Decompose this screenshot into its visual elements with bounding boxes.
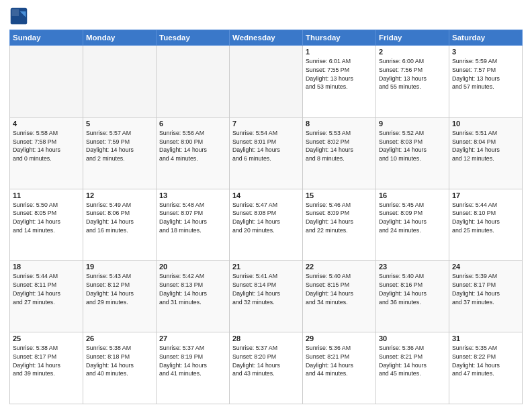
day-number: 8: [306, 120, 373, 128]
day-cell: 25Sunrise: 5:38 AMSunset: 8:17 PMDayligh…: [10, 332, 83, 404]
day-number: 13: [159, 191, 226, 199]
day-info: Sunrise: 5:40 AMSunset: 8:16 PMDaylight:…: [379, 272, 446, 306]
day-info: Sunrise: 5:45 AMSunset: 8:09 PMDaylight:…: [379, 201, 446, 235]
day-info: Sunrise: 5:49 AMSunset: 8:06 PMDaylight:…: [86, 201, 153, 235]
day-number: 9: [379, 120, 446, 128]
day-info: Sunrise: 6:01 AMSunset: 7:55 PMDaylight:…: [306, 57, 373, 91]
day-cell: [10, 46, 83, 118]
day-info: Sunrise: 5:38 AMSunset: 8:18 PMDaylight:…: [86, 344, 153, 378]
day-cell: 18Sunrise: 5:44 AMSunset: 8:11 PMDayligh…: [10, 261, 83, 332]
day-info: Sunrise: 5:44 AMSunset: 8:11 PMDaylight:…: [13, 272, 80, 306]
day-info: Sunrise: 5:36 AMSunset: 8:21 PMDaylight:…: [379, 344, 446, 378]
week-row-4: 25Sunrise: 5:38 AMSunset: 8:17 PMDayligh…: [10, 332, 523, 404]
day-number: 21: [232, 263, 300, 271]
day-info: Sunrise: 5:50 AMSunset: 8:05 PMDaylight:…: [13, 201, 80, 235]
day-info: Sunrise: 5:53 AMSunset: 8:02 PMDaylight:…: [306, 129, 373, 163]
col-header-sunday: Sunday: [10, 30, 83, 46]
day-cell: 9Sunrise: 5:52 AMSunset: 8:03 PMDaylight…: [376, 117, 449, 189]
day-number: 22: [306, 263, 373, 271]
day-cell: 10Sunrise: 5:51 AMSunset: 8:04 PMDayligh…: [449, 117, 523, 189]
day-info: Sunrise: 5:37 AMSunset: 8:19 PMDaylight:…: [159, 344, 226, 378]
day-number: 31: [452, 334, 519, 342]
day-info: Sunrise: 5:56 AMSunset: 8:00 PMDaylight:…: [159, 129, 226, 163]
day-info: Sunrise: 5:54 AMSunset: 8:01 PMDaylight:…: [232, 129, 300, 163]
day-info: Sunrise: 5:43 AMSunset: 8:12 PMDaylight:…: [86, 272, 153, 306]
day-info: Sunrise: 5:36 AMSunset: 8:21 PMDaylight:…: [306, 344, 373, 378]
col-header-wednesday: Wednesday: [230, 30, 303, 46]
day-cell: 24Sunrise: 5:39 AMSunset: 8:17 PMDayligh…: [449, 261, 523, 332]
day-info: Sunrise: 5:47 AMSunset: 8:08 PMDaylight:…: [232, 201, 300, 235]
day-number: 20: [159, 263, 226, 271]
day-number: 17: [452, 191, 519, 199]
day-info: Sunrise: 5:46 AMSunset: 8:09 PMDaylight:…: [306, 201, 373, 235]
day-number: 5: [86, 120, 153, 128]
day-cell: 15Sunrise: 5:46 AMSunset: 8:09 PMDayligh…: [303, 189, 376, 261]
week-row-3: 18Sunrise: 5:44 AMSunset: 8:11 PMDayligh…: [10, 261, 523, 332]
day-cell: 6Sunrise: 5:56 AMSunset: 8:00 PMDaylight…: [157, 117, 230, 189]
day-info: Sunrise: 5:41 AMSunset: 8:14 PMDaylight:…: [232, 272, 300, 306]
day-info: Sunrise: 5:58 AMSunset: 7:58 PMDaylight:…: [13, 129, 80, 163]
day-cell: 30Sunrise: 5:36 AMSunset: 8:21 PMDayligh…: [376, 332, 449, 404]
day-info: Sunrise: 6:00 AMSunset: 7:56 PMDaylight:…: [379, 57, 446, 91]
page: SundayMondayTuesdayWednesdayThursdayFrid…: [0, 0, 532, 411]
day-number: 28: [232, 334, 300, 342]
day-cell: [230, 46, 303, 118]
col-header-monday: Monday: [83, 30, 157, 46]
day-cell: 14Sunrise: 5:47 AMSunset: 8:08 PMDayligh…: [230, 189, 303, 261]
day-cell: 2Sunrise: 6:00 AMSunset: 7:56 PMDaylight…: [376, 46, 449, 118]
day-cell: 26Sunrise: 5:38 AMSunset: 8:18 PMDayligh…: [83, 332, 157, 404]
col-header-thursday: Thursday: [303, 30, 376, 46]
col-header-tuesday: Tuesday: [157, 30, 230, 46]
day-number: 19: [86, 263, 153, 271]
day-cell: 12Sunrise: 5:49 AMSunset: 8:06 PMDayligh…: [83, 189, 157, 261]
day-cell: 4Sunrise: 5:58 AMSunset: 7:58 PMDaylight…: [10, 117, 83, 189]
day-cell: 27Sunrise: 5:37 AMSunset: 8:19 PMDayligh…: [157, 332, 230, 404]
day-number: 10: [452, 120, 519, 128]
day-info: Sunrise: 5:37 AMSunset: 8:20 PMDaylight:…: [232, 344, 300, 378]
day-cell: 8Sunrise: 5:53 AMSunset: 8:02 PMDaylight…: [303, 117, 376, 189]
day-number: 7: [232, 120, 300, 128]
day-number: 16: [379, 191, 446, 199]
day-number: 15: [306, 191, 373, 199]
day-number: 12: [86, 191, 153, 199]
day-info: Sunrise: 5:59 AMSunset: 7:57 PMDaylight:…: [452, 57, 519, 91]
day-info: Sunrise: 5:38 AMSunset: 8:17 PMDaylight:…: [13, 344, 80, 378]
day-number: 1: [306, 48, 373, 56]
day-cell: [83, 46, 157, 118]
day-cell: 16Sunrise: 5:45 AMSunset: 8:09 PMDayligh…: [376, 189, 449, 261]
day-info: Sunrise: 5:39 AMSunset: 8:17 PMDaylight:…: [452, 272, 519, 306]
day-cell: 7Sunrise: 5:54 AMSunset: 8:01 PMDaylight…: [230, 117, 303, 189]
day-cell: 11Sunrise: 5:50 AMSunset: 8:05 PMDayligh…: [10, 189, 83, 261]
day-number: 11: [13, 191, 80, 199]
day-number: 23: [379, 263, 446, 271]
col-header-saturday: Saturday: [449, 30, 523, 46]
day-cell: 17Sunrise: 5:44 AMSunset: 8:10 PMDayligh…: [449, 189, 523, 261]
calendar-table: SundayMondayTuesdayWednesdayThursdayFrid…: [9, 30, 523, 404]
day-number: 29: [306, 334, 373, 342]
day-number: 3: [452, 48, 519, 56]
calendar-header-row: SundayMondayTuesdayWednesdayThursdayFrid…: [10, 30, 523, 46]
day-number: 27: [159, 334, 226, 342]
day-info: Sunrise: 5:52 AMSunset: 8:03 PMDaylight:…: [379, 129, 446, 163]
day-info: Sunrise: 5:42 AMSunset: 8:13 PMDaylight:…: [159, 272, 226, 306]
day-cell: 21Sunrise: 5:41 AMSunset: 8:14 PMDayligh…: [230, 261, 303, 332]
day-cell: 29Sunrise: 5:36 AMSunset: 8:21 PMDayligh…: [303, 332, 376, 404]
day-number: 14: [232, 191, 300, 199]
day-info: Sunrise: 5:51 AMSunset: 8:04 PMDaylight:…: [452, 129, 519, 163]
day-number: 6: [159, 120, 226, 128]
day-cell: [157, 46, 230, 118]
day-number: 18: [13, 263, 80, 271]
logo-icon: [9, 7, 28, 26]
day-info: Sunrise: 5:44 AMSunset: 8:10 PMDaylight:…: [452, 201, 519, 235]
day-cell: 13Sunrise: 5:48 AMSunset: 8:07 PMDayligh…: [157, 189, 230, 261]
day-cell: 28Sunrise: 5:37 AMSunset: 8:20 PMDayligh…: [230, 332, 303, 404]
day-info: Sunrise: 5:35 AMSunset: 8:22 PMDaylight:…: [452, 344, 519, 378]
logo: [9, 7, 31, 26]
header: [9, 7, 523, 26]
day-info: Sunrise: 5:48 AMSunset: 8:07 PMDaylight:…: [159, 201, 226, 235]
day-info: Sunrise: 5:57 AMSunset: 7:59 PMDaylight:…: [86, 129, 153, 163]
day-cell: 5Sunrise: 5:57 AMSunset: 7:59 PMDaylight…: [83, 117, 157, 189]
day-cell: 23Sunrise: 5:40 AMSunset: 8:16 PMDayligh…: [376, 261, 449, 332]
day-cell: 1Sunrise: 6:01 AMSunset: 7:55 PMDaylight…: [303, 46, 376, 118]
day-number: 4: [13, 120, 80, 128]
